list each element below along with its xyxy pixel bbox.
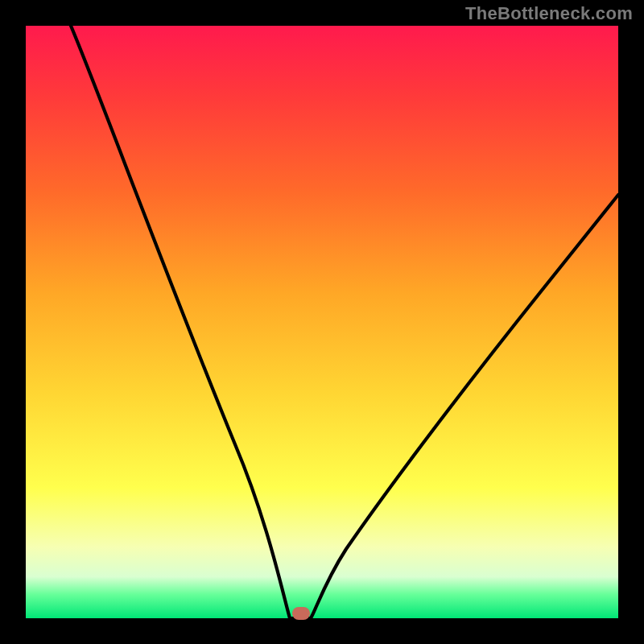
curve-right-branch [311, 195, 618, 618]
bottleneck-curve [26, 26, 618, 618]
curve-left-branch [71, 26, 290, 618]
watermark-text: TheBottleneck.com [465, 3, 633, 24]
optimum-marker [292, 607, 310, 620]
chart-frame: TheBottleneck.com [0, 0, 644, 644]
plot-area [26, 26, 618, 618]
